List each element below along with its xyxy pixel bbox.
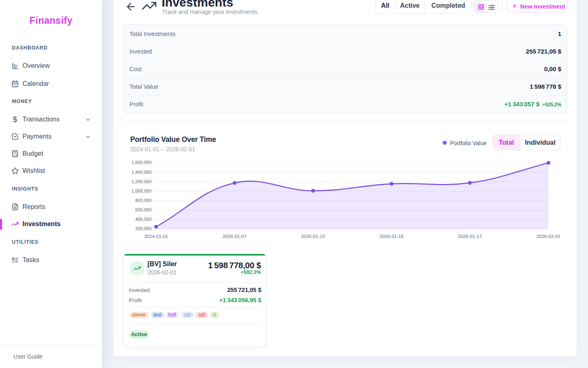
svg-text:400,000: 400,000 [135, 217, 151, 222]
svg-text:2026-01-16: 2026-01-16 [379, 234, 403, 239]
svg-text:1,600,000: 1,600,000 [131, 160, 151, 165]
svg-text:1,000,000: 1,000,000 [131, 188, 151, 193]
svg-text:1,200,000: 1,200,000 [131, 179, 151, 184]
svg-text:800,000: 800,000 [135, 198, 151, 203]
svg-text:1,400,000: 1,400,000 [131, 170, 151, 175]
svg-text:2026-02-01: 2026-02-01 [537, 234, 561, 239]
svg-text:2026-01-07: 2026-01-07 [223, 234, 247, 239]
svg-text:2024-01-01: 2024-01-01 [144, 234, 168, 239]
svg-text:2026-01-10: 2026-01-10 [301, 234, 325, 239]
svg-text:200,000: 200,000 [135, 226, 151, 231]
svg-text:600,000: 600,000 [135, 207, 151, 212]
svg-text:2026-01-17: 2026-01-17 [458, 234, 482, 239]
